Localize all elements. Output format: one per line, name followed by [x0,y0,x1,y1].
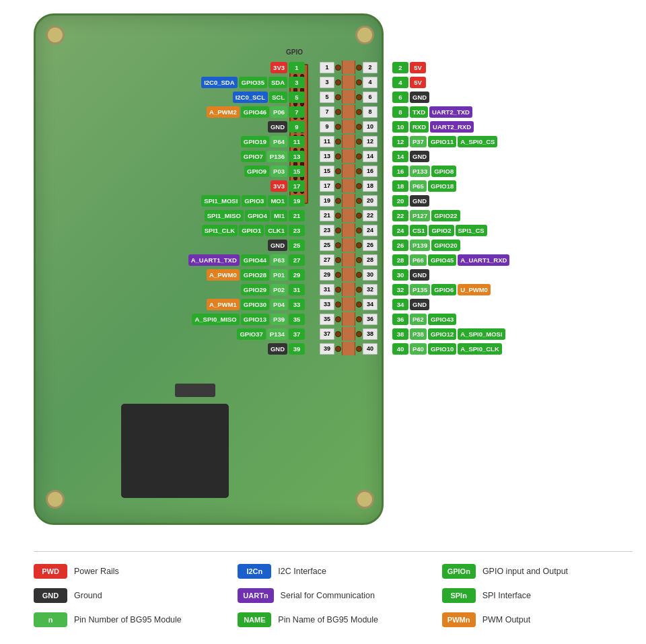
pin-label: GPIO28 [241,269,269,281]
pin-label: A_UART1_TXD [188,254,240,266]
pin-label: GPIO20 [431,240,460,251]
pin-label: 37 [289,328,305,340]
pin-label: 5V [410,62,426,73]
pin-label: 3V3 [271,62,287,73]
legend-badge-1: I2Cn [238,564,271,579]
pin-label: GPIO6 [431,284,456,295]
pin-label: P134 [267,328,287,340]
pin-label: 3V3 [271,180,287,192]
pin-label: SPI1_CLK [202,225,238,236]
pin-row-12: SPI1_CLKGPIO1CLK123232424CS1GPIO2SPI1_CS [73,223,638,237]
legend-desc-1: I2C Interface [278,567,326,576]
pin-label: P66 [410,254,427,266]
pin-label: 25 [289,240,305,251]
legend-item-3: GNDGround [34,588,224,603]
pin-label: 15 [289,166,305,177]
pin-label: P03 [271,166,287,177]
legend-item-5: SPInSPI Interface [442,588,633,603]
pin-label: UART2_RXD [430,121,474,133]
pin-label: CS1 [410,225,427,236]
pin-label: GPIO10 [428,343,456,355]
pin-label: P136 [267,151,287,162]
pin-label: MO1 [268,195,287,207]
pin-label: GPIO29 [241,284,269,295]
legend-item-6: nPin Number of BG95 Module [34,612,224,627]
pin-label: 5 [289,92,305,103]
pin-row-14: A_UART1_TXDGPIO44P6327272828P66GPIO45A_U… [73,253,638,266]
pin-label: 6 [392,92,408,103]
pin-label: 28 [392,254,408,266]
pin-label: GPIO45 [428,254,456,266]
pin-label: 22 [392,210,408,221]
legend-item-8: PWMnPWM Output [442,612,633,627]
pin-label: GPIO4 [245,210,270,221]
pin-label: GPIO22 [431,210,460,221]
pin-label: P62 [410,314,427,325]
pin-row-4: A_PWM2GPIO46P067788TXDUART2_TXD [73,105,638,118]
pin-label: GPIO8 [431,166,456,177]
legend-badge-3: GND [34,588,67,603]
pin-label: A_PWM0 [207,269,240,281]
pin-label: P37 [410,136,427,147]
pin-row-18: A_SPI0_MISOGPIO13P3935353636P62GPIO43 [73,312,638,326]
pin-label: 5V [410,77,426,88]
pin-label: 16 [392,166,408,177]
pin-row-17: A_PWM1GPIO30P0433333434GND [73,297,638,311]
pin-label: 20 [392,195,408,207]
pin-label: 19 [289,195,305,207]
pin-row-15: A_PWM0GPIO28P0129293030GND [73,268,638,281]
pin-label: 33 [289,299,305,310]
pin-label: 1 [289,62,305,73]
pin-label: 38 [392,328,408,340]
pin-row-8: GPIO9P0315151616P133GPIO8 [73,164,638,178]
pin-label: I2C0_SDA [201,77,237,88]
legend-badge-2: GPIOn [442,564,476,579]
legend-desc-7: Pin Name of BG95 Module [278,615,378,624]
pin-label: P127 [410,210,430,221]
pin-label: A_PWM2 [207,106,240,118]
pin-label: 3 [289,77,305,88]
pin-label: 14 [392,151,408,162]
legend: (function(){ var data = JSON.parse(docum… [34,551,633,627]
pin-label: 8 [392,106,408,118]
pin-label: GPIO7 [241,151,266,162]
pin-label: 9 [289,121,305,133]
pin-label: P63 [271,254,287,266]
pin-label: GPIO44 [241,254,269,266]
pin-row-3: I2C0_SCLSCL5566GND [73,90,638,104]
pin-label: GPIO19 [241,136,269,147]
pin-label: 11 [289,136,305,147]
pin-label: GPIO2 [429,225,454,236]
pin-label: P01 [271,269,287,281]
pin-label: GPIO1 [239,225,264,236]
pin-label: 13 [289,151,305,162]
pin-row-1: 3V311225V [73,61,638,74]
pin-label: GPIO9 [244,166,269,177]
legend-desc-3: Ground [74,591,102,600]
pin-row-16: GPIO29P0231313232P135GPIO6U_PWM0 [73,283,638,296]
pin-label: P65 [410,180,427,192]
pin-diagram: 3V311225VI2C0_SDAGPIO35SDA33445VI2C0_SCL… [73,61,638,357]
pin-row-10: SPI1_MOSIGPIO3MO119192020GND [73,194,638,207]
pin-label: P38 [410,328,427,340]
pin-label: 39 [289,343,305,355]
pin-label: 29 [289,269,305,281]
pin-label: TXD [410,106,428,118]
pin-label: GND [268,240,287,251]
pin-label: GPIO46 [241,106,269,118]
pin-label: 32 [392,284,408,295]
pin-row-2: I2C0_SDAGPIO35SDA33445V [73,75,638,89]
pin-label: SCL [269,92,287,103]
legend-badge-8: PWMn [442,612,476,627]
pin-label: GPIO18 [428,180,456,192]
pin-label: U_PWM0 [458,284,491,295]
pin-label: GPIO13 [241,314,269,325]
legend-badge-0: PWD [34,564,67,579]
legend-item-7: NAMEPin Name of BG95 Module [238,612,428,627]
gpio-header-label: GPIO [286,48,303,56]
pin-label: GND [410,269,429,281]
legend-badge-5: SPIn [442,588,476,603]
pin-label: A_SPI0_CS [458,136,497,147]
pin-label: P133 [410,166,430,177]
pin-label: SPI1_MOSI [201,195,240,207]
